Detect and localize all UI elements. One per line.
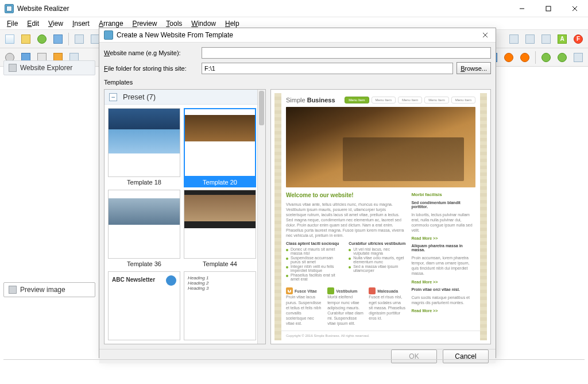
template-item-20[interactable]: Template 20 (184, 108, 256, 187)
tb-r2-6[interactable] (555, 50, 570, 65)
image-icon (9, 286, 17, 294)
template-item-36[interactable]: Template 36 (108, 190, 180, 269)
app-title: Website Realizer (17, 5, 69, 13)
browse-button[interactable]: Browse... (457, 62, 491, 74)
template-preview: Simple Business Menu Item Menu Item Menu… (270, 89, 491, 344)
tb-r2-7[interactable] (571, 50, 586, 65)
globe-icon (9, 64, 17, 72)
menu-edit[interactable]: Edit (22, 18, 44, 29)
dialog-new-website: Create a New Website From Template Websi… (99, 28, 496, 358)
tb-open[interactable] (18, 32, 33, 47)
template-scrollbar[interactable] (257, 90, 265, 344)
tb-r2-3[interactable] (501, 50, 516, 65)
app-icon (5, 4, 14, 13)
preview-logo: Simple Business (286, 97, 335, 103)
dialog-footer: OK Cancel (99, 349, 496, 363)
dialog-icon (104, 30, 113, 40)
panel-preview-image[interactable]: Preview image (3, 282, 95, 297)
preview-stripe-left (274, 93, 281, 340)
menu-file[interactable]: File (2, 18, 22, 29)
menu-view[interactable]: View (44, 18, 68, 29)
template-item-newsletter[interactable]: ABC Newsletter (108, 271, 180, 340)
template-list: − Preset (7) Template 18 Template 20 Tem… (104, 89, 266, 344)
dialog-title: Create a New Website From Template (117, 31, 233, 39)
cancel-button[interactable]: Cancel (443, 350, 489, 363)
menu-window[interactable]: Window (187, 18, 220, 29)
menu-insert[interactable]: Insert (68, 18, 94, 29)
tb-r2-4[interactable] (517, 50, 532, 65)
collapse-icon[interactable]: − (109, 93, 117, 101)
menu-help[interactable]: Help (220, 18, 244, 29)
tb-flash-f[interactable] (571, 32, 586, 47)
tb-right-3[interactable] (539, 32, 554, 47)
tb-font-a[interactable] (555, 32, 570, 47)
svg-rect-1 (546, 6, 551, 11)
tb-new[interactable] (2, 32, 17, 47)
template-item-18[interactable]: Template 18 (108, 108, 180, 187)
preview-hero (286, 107, 475, 187)
template-group-header[interactable]: − Preset (7) (105, 90, 265, 105)
tb-page[interactable] (72, 32, 87, 47)
close-button[interactable] (562, 0, 588, 17)
tb-right-2[interactable] (523, 32, 537, 47)
template-item-44[interactable]: Template 44 (184, 190, 256, 269)
tb-right-1[interactable] (506, 32, 521, 47)
panel-label: Preview image (20, 286, 65, 294)
folder-input[interactable] (202, 63, 453, 74)
preview-stripe-right (480, 93, 487, 340)
menu-preview[interactable]: Preview (128, 18, 162, 29)
maximize-button[interactable] (535, 0, 562, 17)
template-item-extra[interactable]: Heading 1Heading 2Heading 3 (184, 271, 256, 340)
ok-button[interactable]: OK (391, 350, 437, 363)
status-divider (3, 359, 585, 360)
group-label: Preset (7) (123, 93, 156, 101)
templates-section-label: Templates (104, 79, 491, 86)
website-name-input[interactable] (202, 47, 491, 59)
preview-welcome: Welcome to our website! (286, 192, 405, 198)
menu-tools[interactable]: Tools (161, 18, 187, 29)
dialog-titlebar: Create a New Website From Template (99, 28, 496, 43)
preview-footer: Copyright © 2016 Simple Business. All ri… (281, 331, 480, 340)
folder-label: File folder for storing this site: (104, 65, 198, 72)
menu-arrange[interactable]: Arrange (94, 18, 128, 29)
tb-save[interactable] (51, 32, 65, 47)
preview-nav: Menu Item Menu Item Menu Item Menu Item … (345, 97, 475, 103)
minimize-button[interactable] (509, 0, 535, 17)
tb-r2-5[interactable] (539, 50, 554, 65)
dialog-close-button[interactable] (478, 28, 492, 42)
titlebar: Website Realizer (0, 0, 588, 17)
panel-website-explorer[interactable]: Website Explorer (3, 60, 95, 75)
panel-label: Website Explorer (20, 64, 72, 72)
website-name-label: Website name (e.g Mysite): (104, 49, 198, 56)
tb-add[interactable] (34, 32, 49, 47)
